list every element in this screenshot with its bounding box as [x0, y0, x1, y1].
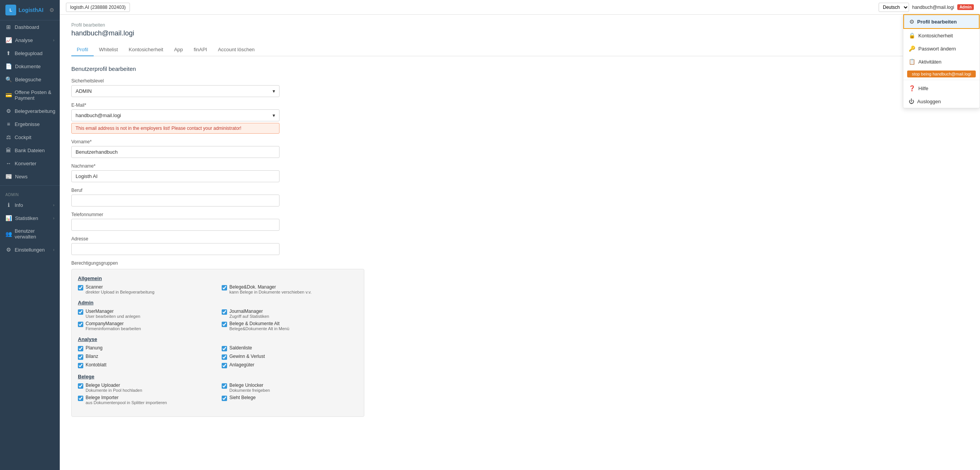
- perm-label-main: Belege & Dokumente Alt: [229, 321, 289, 326]
- sidebar-item-benutzer-verwalten[interactable]: 👥 Benutzer verwalten: [0, 225, 60, 243]
- adresse-input[interactable]: [71, 243, 280, 255]
- language-select[interactable]: Deutsch: [879, 3, 909, 12]
- company-button[interactable]: logisth.AI (238888 202403): [66, 3, 130, 12]
- sidebar-item-label: Cockpit: [15, 134, 31, 140]
- perm-checkbox[interactable]: [78, 285, 83, 290]
- beruf-input[interactable]: [71, 195, 280, 206]
- perm-label-main: Sieht Belege: [229, 395, 256, 400]
- dropdown-item-passwort-aendern[interactable]: 🔑 Passwort ändern: [903, 42, 980, 55]
- perm-group-allgemein: Allgemein: [78, 275, 358, 281]
- perm-checkbox[interactable]: [78, 354, 83, 360]
- statistiken-icon: 📊: [5, 215, 12, 221]
- tab-profil[interactable]: Profil: [71, 44, 94, 56]
- dropdown-item-aktivitaeten[interactable]: 📋 Aktivitäten: [903, 55, 980, 68]
- offene-posten-icon: 💳: [5, 92, 12, 98]
- sicherheitslevel-select[interactable]: ADMIN ▾: [71, 85, 280, 97]
- dropdown-items: ⊙ Profil bearbeiten🔒 Kontosicherheit🔑 Pa…: [903, 14, 980, 68]
- dropdown-item-kontosicherheit[interactable]: 🔒 Kontosicherheit: [903, 29, 980, 42]
- perm-checkbox[interactable]: [78, 383, 83, 389]
- perm-checkbox[interactable]: [78, 363, 83, 368]
- sidebar-item-dokumente[interactable]: 📄 Dokumente: [0, 60, 60, 73]
- perm-checkbox[interactable]: [78, 346, 83, 351]
- tab-account-loeschen[interactable]: Account löschen: [212, 44, 260, 56]
- sidebar-item-bank-dateien[interactable]: 🏛 Bank Dateien: [0, 144, 60, 157]
- perm-label: Belege Unlocker Dokumente freigeben: [229, 383, 270, 393]
- logo-icon: L: [5, 5, 16, 15]
- perm-checkbox[interactable]: [222, 396, 227, 401]
- perm-checkbox[interactable]: [222, 309, 227, 315]
- perm-item: Kontoblatt: [78, 362, 214, 368]
- perm-checkbox[interactable]: [222, 346, 227, 351]
- perm-label-main: Anlagegüter: [229, 362, 254, 368]
- news-icon: 📰: [5, 173, 12, 180]
- settings-icon[interactable]: ⚙: [49, 7, 54, 13]
- perm-checkbox[interactable]: [222, 354, 227, 360]
- chevron-icon: ›: [53, 203, 54, 207]
- perm-checkbox[interactable]: [222, 322, 227, 327]
- perm-item: Planung: [78, 345, 214, 351]
- dropdown-item-profil-bearbeiten[interactable]: ⊙ Profil bearbeiten: [903, 14, 980, 29]
- sidebar-item-info[interactable]: ℹ Info ›: [0, 198, 60, 212]
- perm-group-analyse: Analyse: [78, 336, 358, 342]
- sidebar-item-dashboard[interactable]: ⊞ Dashboard: [0, 20, 60, 34]
- vorname-label: Vorname*: [71, 139, 280, 144]
- sidebar-item-label: Dokumente: [15, 64, 40, 69]
- perm-checkbox[interactable]: [78, 309, 83, 315]
- sidebar-item-konverter[interactable]: ↔ Konverter: [0, 157, 60, 170]
- tab-app[interactable]: App: [168, 44, 188, 56]
- sidebar-item-label: Belegsuche: [15, 77, 41, 82]
- sidebar-item-belegsuche[interactable]: 🔍 Belegsuche: [0, 73, 60, 86]
- belegupload-icon: ⬆: [5, 50, 12, 56]
- kontosicherheit-icon: 🔒: [909, 32, 915, 39]
- tab-whitelist[interactable]: Whitelist: [94, 44, 123, 56]
- perm-item: Belege Importer aus Dokumentenpool in Sp…: [78, 395, 214, 405]
- perm-label-sub: User bearbeiten und anlegen: [86, 314, 140, 319]
- chevron-icon: ›: [53, 38, 54, 42]
- dropdown-item-ausloggen[interactable]: ⏻ Ausloggen: [903, 95, 980, 108]
- email-group: E-Mail* handbuch@mail.logi ▾ This email …: [71, 102, 280, 134]
- email-field[interactable]: handbuch@mail.logi ▾: [71, 109, 280, 121]
- perm-checkbox[interactable]: [78, 322, 83, 327]
- dropdown-item-hilfe[interactable]: ❓ Hilfe: [903, 82, 980, 95]
- perm-checkbox[interactable]: [222, 363, 227, 368]
- telefon-label: Telefonnummer: [71, 212, 280, 217]
- stop-being-badge[interactable]: stop being handbuch@mail.logi: [907, 70, 976, 77]
- perm-item: JournalManager Zugriff auf Statistiken: [222, 309, 358, 319]
- dropdown-item-label: Profil bearbeiten: [917, 19, 957, 25]
- nachname-input[interactable]: [71, 170, 280, 182]
- sidebar-item-analyse[interactable]: 📈 Analyse ›: [0, 34, 60, 47]
- perm-label: Scanner direkter Upload in Belegverarbei…: [86, 284, 155, 294]
- sidebar-item-statistiken[interactable]: 📊 Statistiken ›: [0, 212, 60, 225]
- sidebar-item-label: Offene Posten & Payment: [15, 89, 54, 101]
- vorname-input[interactable]: [71, 146, 280, 158]
- analyse-icon: 📈: [5, 37, 12, 43]
- tab-finapi[interactable]: finAPI: [189, 44, 213, 56]
- perm-label: Anlagegüter: [229, 362, 254, 368]
- perm-checkbox[interactable]: [222, 285, 227, 290]
- perm-checkbox[interactable]: [78, 396, 83, 401]
- admin-badge: Admin: [957, 4, 974, 10]
- sidebar-item-news[interactable]: 📰 News: [0, 170, 60, 183]
- perm-label: CompanyManager Firmeninformation bearbei…: [86, 321, 141, 331]
- sidebar-item-cockpit[interactable]: ⚖ Cockpit: [0, 131, 60, 144]
- email-label: E-Mail*: [71, 102, 280, 108]
- sidebar-item-belegupload[interactable]: ⬆ Belegupload: [0, 47, 60, 60]
- telefon-input[interactable]: [71, 219, 280, 231]
- sicherheitslevel-label: Sicherheitslevel: [71, 78, 280, 84]
- perm-label-main: JournalManager: [229, 309, 269, 314]
- sidebar: L LogisthAI ⚙ ⊞ Dashboard 📈 Analyse ›⬆ B…: [0, 0, 60, 470]
- sidebar-item-label: Ergebnisse: [15, 121, 40, 127]
- sidebar-item-label: Benutzer verwalten: [15, 228, 54, 240]
- tab-kontosicherheit[interactable]: Kontosicherheit: [123, 44, 169, 56]
- nachname-label: Nachname*: [71, 163, 280, 169]
- sidebar-admin-nav: ℹ Info ›📊 Statistiken ›👥 Benutzer verwal…: [0, 198, 60, 256]
- sidebar-item-ergebnisse[interactable]: ≡ Ergebnisse: [0, 118, 60, 131]
- sidebar-item-einstellungen[interactable]: ⚙ Einstellungen ›: [0, 243, 60, 256]
- sidebar-item-offene-posten[interactable]: 💳 Offene Posten & Payment: [0, 86, 60, 104]
- permissions-box: Allgemein Scanner direkter Upload in Bel…: [71, 269, 364, 417]
- sidebar-item-belegverarbeitung[interactable]: ⚙ Belegverarbeitung: [0, 104, 60, 118]
- perm-label-main: Kontoblatt: [86, 362, 106, 368]
- permissions-group: Berechtigungsgruppen Allgemein Scanner d…: [71, 260, 364, 417]
- perm-checkbox[interactable]: [222, 383, 227, 389]
- cockpit-icon: ⚖: [5, 134, 12, 140]
